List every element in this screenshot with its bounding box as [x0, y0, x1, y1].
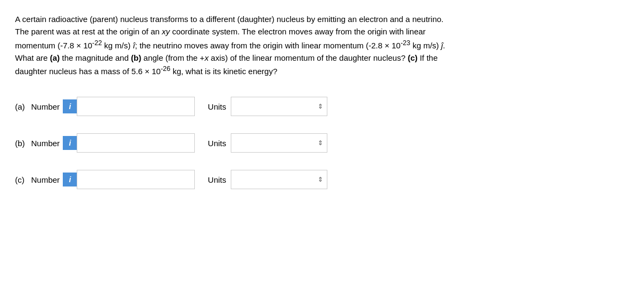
part-a-units-label: Units: [208, 102, 226, 111]
part-c-input-group: Number i Units ⇕: [31, 170, 327, 189]
part-b-row: (b) Number i Units ⇕: [15, 133, 629, 153]
part-a-units-wrapper: ⇕: [231, 97, 327, 116]
part-c-number-input[interactable]: [77, 170, 195, 189]
part-c-label: (c): [15, 175, 31, 184]
part-b-units-select[interactable]: [231, 133, 327, 153]
part-b-info-button[interactable]: i: [63, 136, 77, 150]
part-b-number-input[interactable]: [77, 133, 195, 153]
part-b-input-group: Number i Units ⇕: [31, 133, 327, 153]
part-a-label: (a): [15, 102, 31, 111]
part-b-units-wrapper: ⇕: [231, 133, 327, 153]
part-c-row: (c) Number i Units ⇕: [15, 170, 629, 189]
part-a-info-button[interactable]: i: [63, 99, 77, 113]
part-a-number-input[interactable]: [77, 97, 195, 116]
part-c-units-wrapper: ⇕: [231, 170, 327, 189]
part-a-number-label: Number: [31, 102, 60, 111]
part-c-number-label: Number: [31, 175, 60, 184]
part-a-units-select[interactable]: [231, 97, 327, 116]
part-c-info-button[interactable]: i: [63, 173, 77, 186]
part-a-row: (a) Number i Units ⇕: [15, 97, 629, 116]
part-b-label: (b): [15, 139, 31, 148]
part-b-units-label: Units: [208, 139, 226, 148]
part-c-units-select[interactable]: [231, 170, 327, 189]
part-a-input-group: Number i Units ⇕: [31, 97, 327, 116]
part-c-units-label: Units: [208, 175, 226, 184]
part-b-number-label: Number: [31, 139, 60, 148]
problem-text: A certain radioactive (parent) nucleus t…: [15, 13, 629, 77]
